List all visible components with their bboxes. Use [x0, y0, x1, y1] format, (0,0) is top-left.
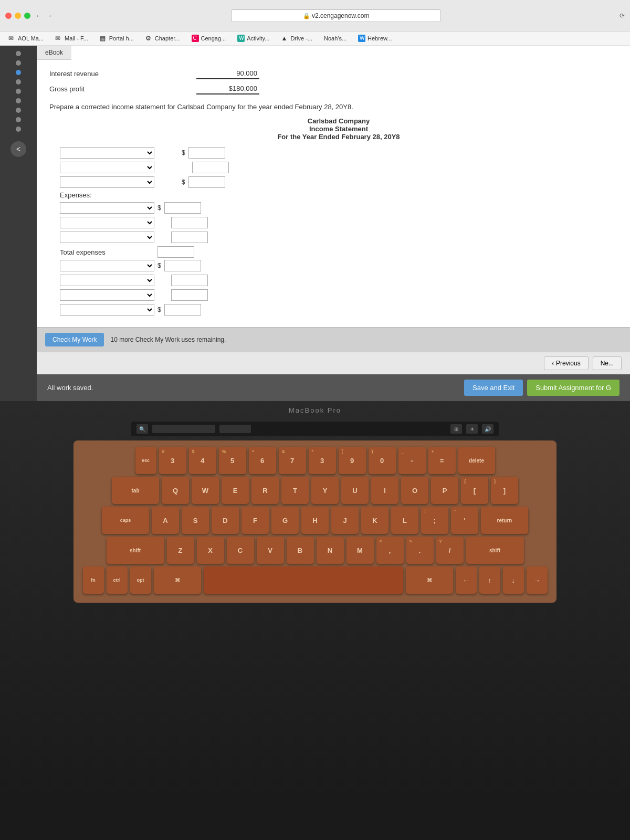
- revenue-input-3[interactable]: [188, 176, 225, 188]
- key-caps[interactable]: caps: [102, 507, 149, 534]
- post-total-select-2[interactable]: [60, 275, 154, 286]
- key-plus[interactable]: +=: [428, 447, 456, 474]
- key-l[interactable]: L: [391, 507, 418, 534]
- key-t[interactable]: T: [281, 477, 309, 504]
- key-g[interactable]: G: [271, 507, 299, 534]
- next-button[interactable]: Ne...: [593, 356, 622, 370]
- key-v[interactable]: V: [257, 537, 284, 564]
- revenue-select-1[interactable]: [60, 147, 154, 159]
- sidebar-dot-5[interactable]: [16, 89, 21, 94]
- post-total-select-4[interactable]: [60, 304, 154, 316]
- key-arrow-right[interactable]: →: [527, 566, 548, 594]
- revenue-select-2[interactable]: [60, 162, 154, 173]
- post-total-input-2[interactable]: [171, 275, 208, 286]
- key-s[interactable]: S: [182, 507, 209, 534]
- expense-input-1[interactable]: [164, 202, 201, 214]
- bookmark-activity[interactable]: W Activity...: [233, 34, 274, 43]
- key-h[interactable]: H: [301, 507, 329, 534]
- key-period[interactable]: >.: [406, 537, 434, 564]
- revenue-input-1[interactable]: [188, 147, 225, 159]
- check-my-work-button[interactable]: Check My Work: [45, 333, 104, 346]
- sidebar-collapse-btn[interactable]: <: [10, 141, 26, 157]
- key-esc[interactable]: esc: [135, 447, 156, 474]
- sidebar-dot-6[interactable]: [16, 98, 21, 103]
- bookmark-cengag[interactable]: C Cengag...: [187, 34, 230, 43]
- key-k[interactable]: K: [361, 507, 388, 534]
- sidebar-dot-2[interactable]: [16, 60, 21, 66]
- tb-search-icon[interactable]: 🔍: [136, 424, 148, 434]
- revenue-select-3[interactable]: [60, 176, 154, 188]
- previous-button[interactable]: ‹ Previous: [544, 356, 589, 370]
- key-w[interactable]: W: [192, 477, 219, 504]
- key-shift-left[interactable]: shift: [107, 537, 164, 564]
- bookmark-chapter[interactable]: ⚙ Chapter...: [141, 34, 184, 43]
- key-shift-right[interactable]: shift: [466, 537, 524, 564]
- bookmark-mail[interactable]: ✉ Mail - F...: [51, 34, 92, 43]
- key-quote[interactable]: "': [451, 507, 478, 534]
- key-arrow-left[interactable]: ←: [456, 566, 477, 594]
- key-cmd-right[interactable]: ⌘: [406, 566, 453, 594]
- key-option[interactable]: opt: [130, 566, 151, 594]
- key-y[interactable]: Y: [311, 477, 339, 504]
- post-total-input-1[interactable]: [164, 260, 201, 271]
- sidebar-dot-1[interactable]: [16, 51, 21, 56]
- key-arrow-down[interactable]: ↓: [503, 566, 524, 594]
- key-cmd-left[interactable]: ⌘: [154, 566, 201, 594]
- key-delete[interactable]: delete: [458, 447, 495, 474]
- key-d[interactable]: D: [212, 507, 239, 534]
- key-space[interactable]: [204, 566, 403, 594]
- bookmark-aol[interactable]: ✉ AOL Ma...: [4, 34, 48, 43]
- key-c[interactable]: C: [227, 537, 254, 564]
- key-e[interactable]: E: [222, 477, 249, 504]
- key-9[interactable]: (9: [339, 447, 366, 474]
- key-i[interactable]: I: [371, 477, 398, 504]
- key-o[interactable]: O: [401, 477, 428, 504]
- key-p[interactable]: P: [431, 477, 458, 504]
- sidebar-dot-3[interactable]: [16, 70, 21, 75]
- post-total-input-4[interactable]: [164, 304, 201, 316]
- key-q[interactable]: Q: [162, 477, 189, 504]
- sidebar-dot-7[interactable]: [16, 108, 21, 113]
- expense-input-2[interactable]: [171, 217, 208, 228]
- key-semicolon[interactable]: :;: [421, 507, 448, 534]
- key-8[interactable]: *3: [309, 447, 336, 474]
- key-f[interactable]: F: [242, 507, 269, 534]
- key-z[interactable]: Z: [167, 537, 194, 564]
- submit-button[interactable]: Submit Assignment for G: [527, 380, 620, 396]
- key-slash[interactable]: ?/: [436, 537, 464, 564]
- key-bracket-close[interactable]: }]: [491, 477, 518, 504]
- key-r[interactable]: R: [251, 477, 279, 504]
- bookmark-drive[interactable]: ▲ Drive -...: [277, 34, 317, 43]
- key-6[interactable]: ^6: [249, 447, 276, 474]
- key-u[interactable]: U: [341, 477, 369, 504]
- key-minus[interactable]: _-: [398, 447, 426, 474]
- bookmark-portal[interactable]: ▦ Portal h...: [96, 34, 138, 43]
- expense-select-1[interactable]: [60, 202, 154, 214]
- key-return[interactable]: return: [481, 507, 528, 534]
- bookmark-hebrew[interactable]: W Hebrew...: [354, 34, 396, 43]
- key-n[interactable]: N: [317, 537, 344, 564]
- bookmark-noahs[interactable]: Noah's...: [320, 34, 351, 43]
- key-3[interactable]: #3: [159, 447, 186, 474]
- key-7[interactable]: &7: [279, 447, 306, 474]
- post-total-input-3[interactable]: [171, 289, 208, 301]
- key-a[interactable]: A: [152, 507, 179, 534]
- save-exit-button[interactable]: Save and Exit: [464, 380, 523, 396]
- key-bracket-open[interactable]: {[: [461, 477, 488, 504]
- tb-brightness-icon[interactable]: ☀: [466, 424, 478, 434]
- key-comma[interactable]: <,: [376, 537, 404, 564]
- expense-input-3[interactable]: [171, 232, 208, 243]
- key-tab[interactable]: tab: [112, 477, 159, 504]
- expense-select-2[interactable]: [60, 217, 154, 228]
- key-ctrl[interactable]: ctrl: [107, 566, 128, 594]
- sidebar-dot-4[interactable]: [16, 79, 21, 85]
- post-total-select-3[interactable]: [60, 289, 154, 301]
- key-arrow-up[interactable]: ↑: [479, 566, 500, 594]
- key-4[interactable]: $4: [189, 447, 216, 474]
- key-x[interactable]: X: [197, 537, 224, 564]
- address-bar[interactable]: 🔒 v2.cengagenow.com: [231, 9, 441, 22]
- revenue-input-2[interactable]: [192, 162, 229, 173]
- key-0[interactable]: )0: [369, 447, 396, 474]
- key-j[interactable]: J: [331, 507, 359, 534]
- expense-select-3[interactable]: [60, 232, 154, 243]
